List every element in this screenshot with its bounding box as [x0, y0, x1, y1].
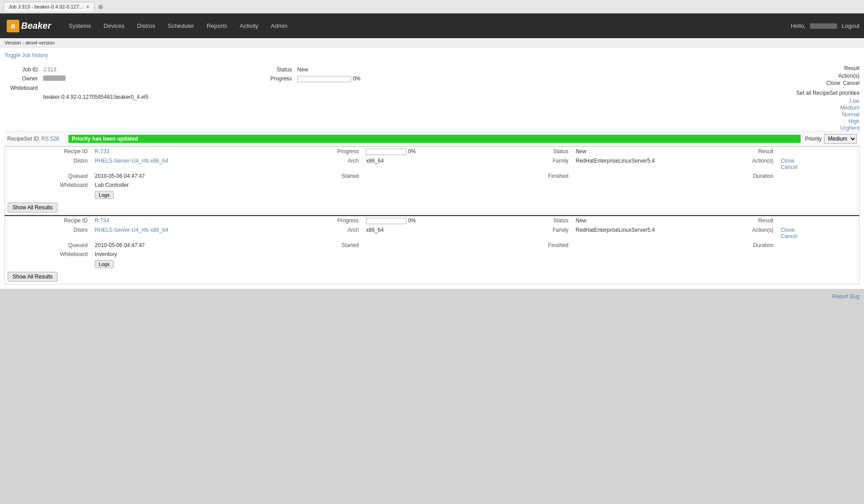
result-label: Result — [792, 65, 860, 71]
whiteboard-row: Whiteboard — [4, 84, 788, 93]
recipe-1-whiteboard-value: Lab Controller — [91, 181, 291, 190]
recipe-1-logs-row: Logs — [5, 190, 859, 200]
recipe-2-queued-label: Queued — [5, 241, 91, 250]
whiteboard-file-row: beaker-0.4.92-0.1270585483.beaker0_4.el5 — [4, 93, 788, 102]
recipe-2-row3: Queued 2010-05-06 04:47:47 Started Finsi… — [5, 241, 859, 250]
recipe-1-queued-value: 2010-05-06 04:47:47 — [91, 172, 291, 181]
browser-tab[interactable]: Job J:313 - beaker-0.4.92-0.127... ✕ — [4, 2, 94, 11]
recipe-2-family-value: RedHatEnterpriseLinuxServer5.4 — [572, 225, 706, 241]
brand-name: Beaker — [21, 21, 51, 31]
hello-label: Hello, — [791, 22, 806, 29]
brand-logo: B Beaker — [4, 18, 53, 35]
recipe-1-cancel[interactable]: Cancel — [781, 164, 833, 170]
priority-high[interactable]: High — [848, 118, 860, 124]
recipe-id-label-1: Recipe ID — [5, 147, 91, 156]
recipe-1-duration-label: Duration — [707, 172, 777, 181]
recipeset-row: RecipeSet ID RS:526 Priority has been up… — [4, 131, 860, 146]
recipe-2-logs-button[interactable]: Logs — [95, 260, 114, 268]
svg-text:B: B — [11, 23, 15, 30]
recipe-2-finished-label: Finsihed — [503, 241, 572, 250]
priority-medium[interactable]: Medium — [840, 105, 860, 111]
recipe-2-progress-label: Progress — [291, 216, 363, 225]
tab-title: Job J:313 - beaker-0.4.92-0.127... — [9, 4, 83, 9]
nav-scheduler[interactable]: Scheduler — [161, 19, 200, 33]
toggle-job-history[interactable]: Toggle Job history — [4, 52, 48, 58]
new-tab-button[interactable]: ⊕ — [98, 3, 103, 10]
recipe-2-result-value — [777, 216, 837, 225]
nav-activity[interactable]: Activity — [233, 19, 264, 33]
whiteboard-file: beaker-0.4.92-0.1270585483.beaker0_4.el5 — [40, 93, 788, 102]
job-id-value[interactable]: J:313 — [43, 66, 56, 73]
recipe-2-progress-percent: 0% — [408, 217, 416, 224]
recipe-2-distro-value[interactable]: RHEL5-Server-U4_nfs-x86_64 — [95, 227, 168, 233]
recipe-1-arch-label: Arch — [291, 156, 363, 172]
recipe-section-2: Recipe ID R:734 Progress 0% Status New R… — [4, 215, 860, 284]
recipe-2-finished-value — [572, 241, 616, 250]
recipe-2-cancel[interactable]: Cancel — [781, 233, 833, 239]
clone-button[interactable]: Clone — [826, 80, 840, 86]
recipe-id-value-1[interactable]: R:733 — [95, 148, 109, 155]
recipe-1-result-label: Result — [707, 147, 777, 156]
job-info-table: Job ID J:313 Status New Owner Progress — [4, 65, 788, 102]
recipe-id-label-2: Recipe ID — [5, 216, 91, 225]
owner-row: Owner Progress 0% — [4, 74, 788, 84]
priority-normal[interactable]: Normal — [842, 111, 860, 118]
job-left-info: Job ID J:313 Status New Owner Progress — [4, 65, 788, 131]
priority-urgent[interactable]: Urghent — [840, 125, 860, 131]
recipe-2-clone[interactable]: Clone — [781, 227, 833, 233]
brand-icon: B — [7, 20, 19, 32]
job-right-info: Result Action(s) Clone Cancel Set all Re… — [788, 65, 860, 131]
recipe-1-progress-percent: 0% — [408, 148, 416, 155]
recipe-1-distro-value[interactable]: RHEL5-Server-U4_nfs-x86_64 — [95, 158, 168, 164]
recipe-1-row3: Queued 2010-05-06 04:47:47 Started Finsi… — [5, 172, 859, 181]
recipeset-id-value[interactable]: RS:526 — [41, 136, 59, 142]
navbar: B Beaker Systems Devices Distros Schedul… — [0, 13, 864, 38]
recipe-1-started-label: Started — [291, 172, 363, 181]
recipe-2-progress-bar — [366, 218, 406, 224]
priority-updated-banner: Priority has been updated — [68, 135, 801, 143]
recipe-table-2: Recipe ID R:734 Progress 0% Status New R… — [5, 216, 859, 270]
recipe-2-duration-label: Duration — [707, 241, 777, 250]
close-icon[interactable]: ✕ — [86, 4, 89, 9]
priority-select[interactable]: Low Medium Normal High Urgent — [824, 134, 857, 144]
nav-admin[interactable]: Admin — [265, 19, 294, 33]
priority-label: Priority — [805, 136, 822, 142]
recipe-1-queued-label: Queued — [5, 172, 91, 181]
recipe-2-arch-label: Arch — [291, 225, 363, 241]
progress-percent: 0% — [353, 75, 361, 82]
recipe-1-progress-label: Progress — [291, 147, 363, 156]
recipe-id-value-2[interactable]: R:734 — [95, 217, 109, 224]
show-all-results-2[interactable]: Show All Results — [8, 272, 58, 282]
recipe-1-arch-value: x86_64 — [362, 156, 503, 172]
recipe-2-whiteboard-label: Whiteboard — [5, 250, 91, 259]
report-bug-link[interactable]: Report Bug — [832, 293, 860, 300]
recipe-1-whiteboard-label: Whiteboard — [5, 181, 91, 190]
recipe-1-clone[interactable]: Clone — [781, 158, 833, 164]
recipe-2-actions-label: Action(s) — [707, 225, 777, 241]
recipe-2-whiteboard-value: Inventory — [91, 250, 291, 259]
status-value: New — [294, 65, 788, 74]
recipe-1-finished-label: Finsihed — [503, 172, 572, 181]
logout-button[interactable]: Logout — [842, 22, 860, 29]
recipe-2-family-label: Family — [503, 225, 572, 241]
nav-distros[interactable]: Distros — [131, 19, 161, 33]
recipe-1-logs-button[interactable]: Logs — [95, 191, 114, 199]
cancel-button[interactable]: Cancel — [843, 80, 860, 86]
recipe-2-arch-value: x86_64 — [362, 225, 503, 241]
whiteboard-label: Whiteboard — [4, 84, 40, 93]
recipe-1-progress-bar — [366, 149, 406, 155]
nav-right: Hello, Logout — [791, 22, 860, 29]
nav-systems[interactable]: Systems — [62, 19, 98, 33]
recipe-2-queued-value: 2010-05-06 04:47:47 — [91, 241, 291, 250]
owner-value — [43, 75, 66, 81]
recipe-2-row1: Recipe ID R:734 Progress 0% Status New R… — [5, 216, 859, 225]
nav-reports[interactable]: Reports — [200, 19, 234, 33]
recipe-2-row2: Distro RHEL5-Server-U4_nfs-x86_64 Arch x… — [5, 225, 859, 241]
recipe-2-duration-value — [777, 241, 837, 250]
actions-label: Action(s) — [792, 73, 860, 79]
recipe-2-row4: Whiteboard Inventory — [5, 250, 859, 259]
priority-low[interactable]: Low — [850, 98, 860, 104]
nav-devices[interactable]: Devices — [98, 19, 131, 33]
show-all-results-1[interactable]: Show All Results — [8, 203, 58, 212]
job-id-label: Job ID — [4, 65, 40, 74]
